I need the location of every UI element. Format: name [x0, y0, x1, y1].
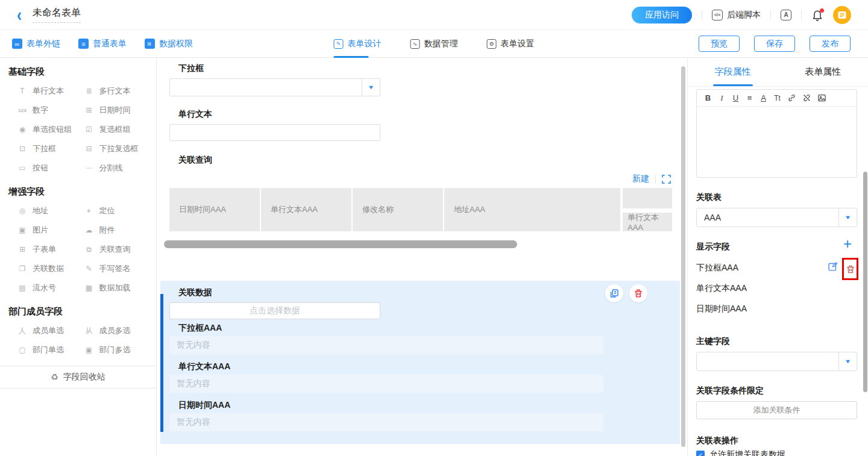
tab-data-management-label: 数据管理: [424, 39, 458, 49]
delete-widget-button[interactable]: [629, 284, 647, 302]
tab-form-design-label: 表单设计: [348, 39, 382, 49]
field-item-member-multi[interactable]: 从成员多选: [84, 321, 151, 340]
fullscreen-icon[interactable]: [662, 175, 671, 184]
text-widget-label: 单行文本: [178, 109, 212, 120]
checkbox-icon: ☑: [84, 125, 95, 134]
chevron-down-icon[interactable]: [838, 352, 857, 370]
field-item-linked-data[interactable]: ❐关联数据: [17, 259, 84, 278]
display-field-item: 日期时间AAA: [696, 304, 747, 314]
tab-data-management[interactable]: ∿ 数据管理: [410, 30, 458, 58]
checkbox-checked-icon[interactable]: [696, 451, 705, 456]
divider: [655, 174, 656, 184]
field-item-multi-line-text[interactable]: ≣多行文本: [84, 81, 151, 101]
linked-data-field-preview: 暂无内容: [169, 336, 603, 354]
table-horizontal-scrollbar[interactable]: [164, 240, 517, 248]
field-item-department-multi[interactable]: ▣部门多选: [84, 340, 151, 360]
preview-button[interactable]: 预览: [699, 36, 740, 52]
add-display-field-button[interactable]: +: [843, 237, 852, 251]
linked-table-value: AAA: [704, 213, 721, 222]
person-icon: 人: [17, 326, 28, 336]
link-icon: ∞: [12, 39, 22, 49]
field-item-location[interactable]: ⌖定位: [84, 201, 151, 220]
properties-vertical-scrollbar[interactable]: [863, 172, 867, 392]
field-item-single-line-text[interactable]: T单行文本: [17, 81, 84, 101]
tab-form-settings[interactable]: ⚙ 表单设置: [487, 30, 535, 58]
normal-form-button[interactable]: ≡ 普通表单: [78, 39, 127, 49]
linked-query-widget-label: 关联查询: [178, 155, 212, 166]
data-permission-button[interactable]: ≡ 数据权限: [145, 39, 193, 49]
field-item-member-single[interactable]: 人成员单选: [17, 321, 84, 340]
canvas-vertical-scrollbar[interactable]: [681, 66, 685, 447]
linked-data-widget-label: 关联数据: [178, 287, 212, 298]
form-title[interactable]: 未命名表单: [33, 7, 81, 23]
data-load-icon: ▦: [84, 284, 95, 292]
field-item-number[interactable]: 123数字: [17, 101, 84, 120]
tab-field-properties[interactable]: 字段属性: [688, 58, 778, 86]
field-item-checkbox-group[interactable]: ☑复选框组: [84, 120, 151, 139]
field-item-linked-query[interactable]: ⧉关联查询: [84, 240, 151, 259]
field-item-data-load[interactable]: ▦数据加载: [84, 278, 151, 298]
external-link-button[interactable]: ∞ 表单外链: [12, 39, 60, 49]
primary-key-select[interactable]: [696, 352, 857, 371]
image-icon: ▣: [17, 226, 28, 234]
backend-script-label: 后端脚本: [727, 10, 761, 20]
chevron-down-icon[interactable]: [362, 79, 380, 96]
text-widget-input[interactable]: [169, 124, 380, 141]
pen-icon: ✎: [84, 264, 95, 273]
section-title-basic-fields: 基础字段: [0, 58, 156, 81]
tab-form-design[interactable]: ✎ 表单设计: [334, 30, 382, 58]
bold-icon[interactable]: B: [704, 93, 712, 102]
form-toolbar: ∞ 表单外链 ≡ 普通表单 ≡ 数据权限 ✎ 表单设计 ∿ 数据管理 ⚙ 表单设…: [0, 30, 868, 58]
field-item-divider[interactable]: ⋯分割线: [84, 158, 151, 178]
field-item-address[interactable]: ◎地址: [17, 201, 84, 220]
richtext-content-area[interactable]: [697, 107, 857, 178]
field-item-radio-group[interactable]: ◉单选按钮组: [17, 120, 84, 139]
notification-bell-icon[interactable]: [811, 9, 823, 21]
edit-icon[interactable]: [828, 261, 838, 272]
publish-button[interactable]: 发布: [810, 36, 851, 52]
unlink-icon[interactable]: [802, 93, 811, 102]
table-column-header-wrapped: 单行文本AAA: [623, 188, 672, 231]
tab-form-properties[interactable]: 表单属性: [778, 58, 868, 86]
field-item-subform[interactable]: ⊞子表单: [17, 240, 84, 259]
italic-icon[interactable]: I: [718, 93, 726, 103]
backend-script-button[interactable]: </> 后端脚本: [712, 10, 761, 20]
field-item-serial-number[interactable]: ▤流水号: [17, 278, 84, 298]
font-color-icon[interactable]: A: [760, 93, 767, 102]
delete-display-field-icon[interactable]: [846, 264, 855, 274]
insert-image-icon[interactable]: [817, 93, 826, 102]
field-item-attachment[interactable]: ☁附件: [84, 220, 151, 240]
linked-data-picker-input[interactable]: 点击选择数据: [169, 302, 380, 319]
dropdown-widget-input[interactable]: [169, 78, 380, 96]
chevron-down-icon[interactable]: [838, 208, 857, 226]
back-icon[interactable]: ‹: [17, 5, 22, 24]
avatar[interactable]: [833, 6, 851, 24]
condition-limit-label: 关联字段条件限定: [696, 386, 764, 396]
save-button[interactable]: 保存: [754, 36, 795, 52]
field-item-datetime[interactable]: ⊞日期时间: [84, 101, 151, 120]
add-condition-button[interactable]: 添加关联条件: [696, 401, 857, 419]
copy-widget-button[interactable]: [605, 284, 623, 302]
external-link-label: 表单外链: [27, 39, 60, 49]
field-item-button[interactable]: ▭按钮: [17, 158, 84, 178]
notification-dot: [820, 8, 824, 13]
divider: [801, 10, 802, 20]
document-icon: ≡: [78, 39, 89, 49]
field-recycle-bin-button[interactable]: ♻ 字段回收站: [0, 366, 156, 389]
translate-icon[interactable]: A: [781, 10, 791, 20]
form-design-canvas[interactable]: 下拉框 单行文本 关联查询 新建 日期时间AAA 单行文本AAA 修改名称 地址…: [157, 58, 687, 456]
link-icon[interactable]: [787, 93, 796, 102]
linked-data-widget-selected[interactable]: 关联数据 点击选择数据 下拉框AAA 暂无内容 单行文本AAA 暂无内容 日期时…: [160, 281, 680, 444]
field-item-dropdown[interactable]: ⊡下拉框: [17, 139, 84, 158]
field-item-department-single[interactable]: ▢部门单选: [17, 340, 84, 360]
font-size-icon[interactable]: Tt: [773, 94, 781, 102]
field-item-signature[interactable]: ✎手写签名: [84, 259, 151, 278]
linked-table-select[interactable]: AAA: [696, 208, 857, 227]
align-icon[interactable]: ≡: [746, 93, 753, 102]
new-record-link[interactable]: 新建: [632, 173, 649, 184]
field-item-image[interactable]: ▣图片: [17, 220, 84, 240]
underline-icon[interactable]: U: [732, 93, 740, 102]
field-item-multi-dropdown[interactable]: ⊟下拉复选框: [84, 139, 151, 158]
app-access-button[interactable]: 应用访问: [632, 7, 692, 23]
linked-data-field-label: 单行文本AAA: [178, 361, 230, 372]
